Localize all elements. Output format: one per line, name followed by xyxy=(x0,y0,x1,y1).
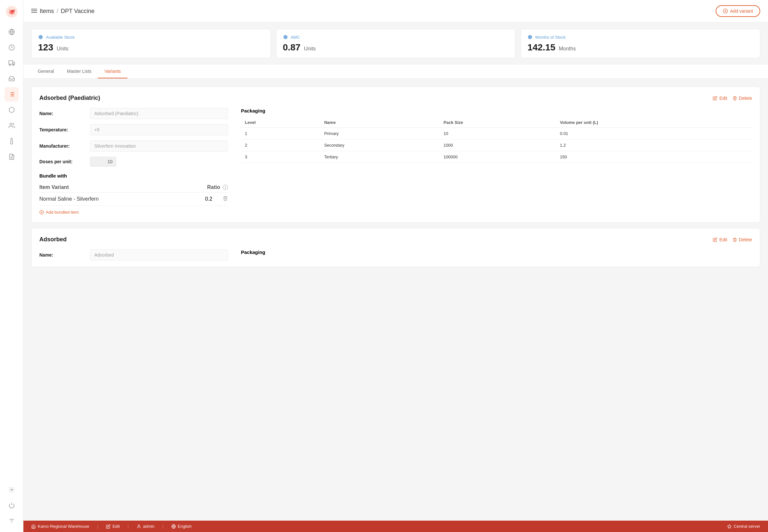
sidebar-item-settings[interactable] xyxy=(5,483,19,497)
sidebar-item-box[interactable] xyxy=(5,103,19,117)
pkg-level-3: 3 xyxy=(241,151,320,163)
variant-card-0: Adsorbed (Paediatric) Edit Delete xyxy=(31,86,760,223)
footer-lang[interactable]: English xyxy=(171,524,192,529)
bundle-row-right: 0.2 xyxy=(205,196,228,202)
field-name-value: Adsorbed (Paediatric) xyxy=(90,108,228,119)
tabs: General Master Lists Variants xyxy=(23,65,768,79)
breadcrumb-items[interactable]: Items xyxy=(40,8,54,15)
bundle-ratio-header: Ratio i xyxy=(207,184,228,190)
sidebar-item-report[interactable] xyxy=(5,150,19,164)
stats-row: Available Stock 123 Units AMC 0.87 Units… xyxy=(23,22,768,65)
pkg-size-2: 1000 xyxy=(440,140,556,151)
stat-months-title: Months of Stock xyxy=(527,34,753,40)
pkg-volume-2: 1.2 xyxy=(556,140,752,151)
field-name-label: Name: xyxy=(39,111,85,116)
sidebar-item-power[interactable] xyxy=(5,498,19,512)
stat-card-months: Months of Stock 142.15 Months xyxy=(521,29,760,58)
app-logo[interactable]: 🐙 xyxy=(4,4,20,20)
footer-lang-label: English xyxy=(178,524,192,529)
bundle-title-0: Bundle with xyxy=(39,173,228,179)
pkg-name-1: Primary xyxy=(320,128,440,140)
pkg-level-1: 1 xyxy=(241,128,320,140)
variant-title-1: Adsorbed xyxy=(39,236,67,243)
field-doses-value: 10 xyxy=(90,157,116,166)
bundle-delete-icon[interactable] xyxy=(223,196,228,202)
add-variant-label: Add variant xyxy=(730,8,753,14)
variant-fields-0: Name: Adsorbed (Paediatric) Temperature:… xyxy=(39,108,228,215)
footer-edit[interactable]: Edit xyxy=(106,524,120,529)
svg-text:🐙: 🐙 xyxy=(8,8,16,15)
packaging-title-1: Packaging xyxy=(241,249,752,255)
pkg-col-level: Level xyxy=(241,117,320,128)
stat-available-label: Available Stock xyxy=(46,35,75,40)
content-area: Adsorbed (Paediatric) Edit Delete xyxy=(23,79,768,521)
footer-sep-2: | xyxy=(127,524,128,529)
bundle-item-name: Normal Saline - Silverfern xyxy=(39,196,99,202)
variant-delete-button-0[interactable]: Delete xyxy=(733,96,752,101)
footer: Kamo Regional Warehouse | Edit | admin |… xyxy=(23,521,768,532)
menu-icon xyxy=(31,8,37,15)
field-temp-value: +5 xyxy=(90,124,228,135)
variant-edit-button-0[interactable]: Edit xyxy=(713,96,727,101)
svg-marker-6 xyxy=(13,62,15,64)
svg-point-8 xyxy=(13,64,14,65)
pkg-volume-3: 150 xyxy=(556,151,752,163)
field-doses-label: Doses per unit: xyxy=(39,159,85,164)
breadcrumb-current: DPT Vaccine xyxy=(61,8,94,15)
breadcrumb-separator: / xyxy=(57,8,58,15)
stat-card-amc: AMC 0.87 Units xyxy=(276,29,516,58)
svg-point-7 xyxy=(9,64,10,65)
footer-server-label: Central server xyxy=(734,524,760,529)
add-bundle-button-0[interactable]: Add bundled item xyxy=(39,210,79,215)
field-temp-row: Temperature: +5 xyxy=(39,124,228,135)
variant-body-0: Name: Adsorbed (Paediatric) Temperature:… xyxy=(39,108,752,215)
variant-delete-label-0: Delete xyxy=(739,96,752,101)
pkg-size-1: 10 xyxy=(440,128,556,140)
sidebar-item-thermometer[interactable] xyxy=(5,134,19,148)
pkg-name-3: Tertiary xyxy=(320,151,440,163)
bundle-col-item: Item Variant xyxy=(39,184,69,190)
pkg-size-3: 100000 xyxy=(440,151,556,163)
add-variant-button[interactable]: Add variant xyxy=(716,5,760,17)
tab-master-lists[interactable]: Master Lists xyxy=(60,65,98,78)
stat-amc-title: AMC xyxy=(283,34,509,40)
field-name-value-1: Adsorbed xyxy=(90,249,228,260)
variant-delete-button-1[interactable]: Delete xyxy=(733,237,752,242)
tab-general[interactable]: General xyxy=(31,65,60,78)
variant-edit-label-0: Edit xyxy=(719,96,727,101)
sidebar-item-clock[interactable] xyxy=(5,40,19,55)
footer-warehouse-label: Kamo Regional Warehouse xyxy=(38,524,89,529)
field-manufacturer-value: Silverfern Innovation xyxy=(90,140,228,152)
pkg-volume-1: 0.01 xyxy=(556,128,752,140)
footer-user-label: admin xyxy=(143,524,154,529)
sidebar-item-truck[interactable] xyxy=(5,56,19,70)
sidebar-item-inbox[interactable] xyxy=(5,72,19,86)
stat-card-available-stock: Available Stock 123 Units xyxy=(31,29,271,58)
footer-warehouse: Kamo Regional Warehouse xyxy=(31,524,89,529)
header: Items / DPT Vaccine Add variant xyxy=(23,0,768,22)
tab-variants[interactable]: Variants xyxy=(98,65,127,78)
stat-available-value: 123 Units xyxy=(38,42,264,53)
ratio-info-icon[interactable]: i xyxy=(223,185,228,190)
sidebar: 🐙 xyxy=(0,0,23,532)
footer-server: Central server xyxy=(727,524,760,529)
sidebar-item-list[interactable] xyxy=(5,87,19,101)
variant-delete-label-1: Delete xyxy=(739,237,752,242)
variant-actions-1: Edit Delete xyxy=(713,237,752,242)
variant-edit-button-1[interactable]: Edit xyxy=(713,237,727,242)
sidebar-item-users[interactable] xyxy=(5,118,19,133)
pkg-level-2: 2 xyxy=(241,140,320,151)
stat-amc-number: 0.87 xyxy=(283,42,301,52)
packaging-title-0: Packaging xyxy=(241,108,752,113)
pkg-name-2: Secondary xyxy=(320,140,440,151)
sidebar-item-globe[interactable] xyxy=(5,25,19,39)
field-name-label-1: Name: xyxy=(39,252,85,258)
svg-rect-5 xyxy=(8,61,12,64)
field-name-row: Name: Adsorbed (Paediatric) xyxy=(39,108,228,119)
variant-body-1: Name: Adsorbed Packaging xyxy=(39,249,752,266)
variant-title-0: Adsorbed (Paediatric) xyxy=(39,95,100,101)
field-manufacturer-row: Manufacturer: Silverfern Innovation xyxy=(39,140,228,152)
breadcrumb: Items / DPT Vaccine xyxy=(31,8,94,15)
sidebar-item-filter[interactable] xyxy=(5,514,19,528)
packaging-section-0: Packaging Level Name Pack Size Volume pe… xyxy=(241,108,752,215)
